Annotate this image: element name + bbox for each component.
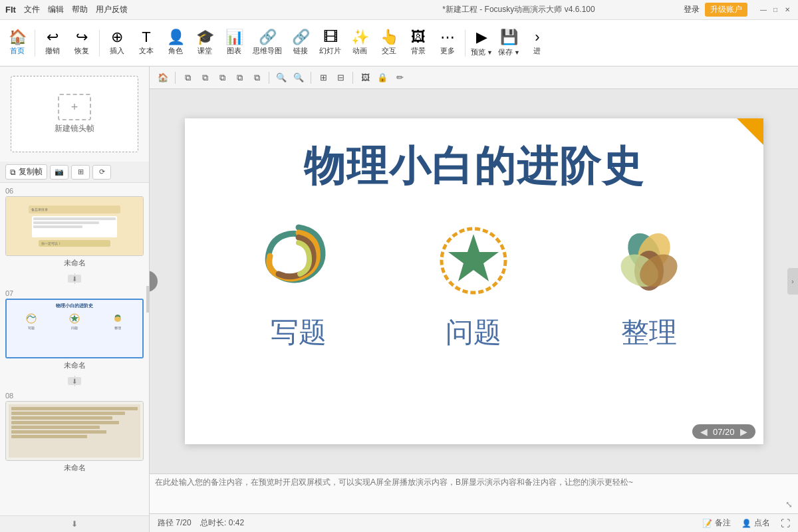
bg-icon: 🖼 (411, 30, 426, 45)
note-button[interactable]: 📝 备注 (702, 517, 731, 529)
sidebar-scroll: + 新建镜头帧 ⧉ 复制帧 📷 ⊞ ⟳ 06 (0, 66, 149, 515)
menu-file[interactable]: 文件 (24, 4, 40, 15)
status-left: 路径 7/20 总时长: 0:42 (158, 517, 702, 529)
chart-icon: 📊 (225, 30, 243, 45)
role-icon: 👤 (167, 30, 185, 45)
slide-thumb-08 (5, 401, 144, 461)
close-button[interactable]: ✕ (782, 5, 793, 15)
toolbar-slideshow[interactable]: 🎞 幻灯片 (315, 27, 345, 59)
canvas-slide[interactable]: 物理小白的进阶史 (185, 118, 763, 444)
home-icon: 🏠 (9, 30, 27, 45)
login-button[interactable]: 登录 (684, 4, 700, 15)
toolbar-link[interactable]: 🔗 链接 (286, 27, 315, 59)
corner-decoration (737, 118, 763, 145)
toolbar-chart[interactable]: 📊 图表 (219, 27, 249, 59)
maximize-button[interactable]: □ (770, 5, 781, 15)
ct-sep-1 (175, 72, 176, 84)
thumb-07-content: 物理小白的进阶史 写题 (7, 300, 142, 357)
save-icon: 💾 (500, 29, 518, 46)
thumb-icons: 写题 问题 (9, 312, 140, 330)
fullscreen-button[interactable]: ⛶ (781, 518, 790, 529)
canvas-cut-btn[interactable]: ⧉ (214, 70, 230, 86)
lock-btn[interactable]: 🔒 (374, 70, 390, 86)
bg-label: 背景 (411, 46, 426, 56)
toolbar-redo[interactable]: ↪ 恢复 (67, 27, 96, 59)
menu-feedback[interactable]: 用户反馈 (96, 4, 128, 15)
snap-btn[interactable]: ⊟ (332, 70, 348, 86)
menu-edit[interactable]: 编辑 (48, 4, 64, 15)
ct-sep-4 (352, 72, 353, 84)
svg-point-0 (27, 314, 36, 323)
slide-item-08[interactable]: 08 未命名 (0, 388, 149, 477)
transform-btn[interactable]: ⟳ (92, 165, 111, 180)
undo-label: 撤销 (45, 46, 60, 56)
toolbar-mindmap[interactable]: 🔗 思维导图 (249, 27, 286, 59)
next-label: 进 (533, 46, 541, 56)
toolbar-home[interactable]: 🏠 首页 (3, 27, 32, 59)
interact-icon: 👆 (380, 30, 398, 45)
canvas-home-btn[interactable]: 🏠 (155, 70, 171, 86)
zoom-in-btn[interactable]: 🔍 (273, 70, 289, 86)
toolbar-bg[interactable]: 🖼 背景 (404, 27, 433, 59)
toolbar-text[interactable]: T 文本 (132, 27, 161, 59)
more-label: 更多 (440, 46, 455, 56)
grid-btn[interactable]: ⊞ (315, 70, 331, 86)
main-area: + 新建镜头帧 ⧉ 复制帧 📷 ⊞ ⟳ 06 (0, 66, 798, 532)
slide-counter: ◀ 07/20 ▶ (692, 424, 755, 439)
thumb-title: 物理小白的进阶史 (9, 303, 140, 309)
zoom-out-btn[interactable]: 🔍 (291, 70, 307, 86)
slide-icon-item-1: 写题 (211, 221, 386, 351)
icon3-label: 整理 (621, 314, 677, 351)
toolbar-more[interactable]: ⋯ 更多 (433, 27, 462, 59)
preview-label: 预览 ▼ (471, 47, 493, 57)
text-icon: T (142, 30, 150, 45)
fit-btn[interactable]: ⊞ (71, 165, 90, 180)
toolbar-save[interactable]: 💾 保存 ▼ (495, 26, 523, 60)
canvas-paste-btn[interactable]: ⧉ (197, 70, 213, 86)
notes-area: ⤡ (150, 473, 798, 513)
redo-label: 恢复 (74, 46, 89, 56)
canvas-right-collapse[interactable]: › (787, 268, 798, 295)
svg-marker-7 (448, 234, 499, 281)
counter-prev[interactable]: ◀ (700, 426, 708, 437)
slide-number-08: 08 (5, 392, 144, 400)
window-title: *新建工程 - Focusky动画演示大师 v4.6.100 (354, 4, 684, 15)
counter-next[interactable]: ▶ (740, 426, 747, 437)
slide-item-07[interactable]: 07 物理小白的进阶史 写题 (0, 285, 149, 374)
toolbar-preview[interactable]: ▶ 预览 ▼ (468, 26, 495, 60)
canvas-group-btn[interactable]: ⧉ (231, 70, 247, 86)
toolbar-undo[interactable]: ↩ 撤销 (38, 27, 67, 59)
screenshot-btn[interactable]: 📷 (50, 165, 68, 180)
canvas-ungroup-btn[interactable]: ⧉ (249, 70, 265, 86)
image-btn[interactable]: 🖼 (357, 70, 373, 86)
toolbar-animation[interactable]: ✨ 动画 (345, 27, 374, 59)
slide-item-06[interactable]: 06 备忘录目录 你一定可以！ 未 (0, 183, 149, 272)
classroom-icon: 🎓 (196, 30, 214, 45)
toolbar-next[interactable]: › 进 (523, 27, 552, 59)
toolbar-interact[interactable]: 👆 交互 (374, 27, 404, 59)
menu-help[interactable]: 帮助 (72, 4, 88, 15)
ct-sep-3 (311, 72, 311, 84)
toolbar-classroom[interactable]: 🎓 课堂 (190, 27, 219, 59)
slide-icon-item-3: 整理 (561, 221, 736, 351)
toolbar-role[interactable]: 👤 角色 (161, 27, 190, 59)
slide-connector-2: ⬇ (0, 374, 149, 388)
slideshow-icon: 🎞 (323, 30, 338, 45)
save-label: 保存 ▼ (498, 47, 520, 57)
point-button[interactable]: 👤 点名 (741, 517, 770, 529)
canvas-area: 🏠 ⧉ ⧉ ⧉ ⧉ ⧉ 🔍 🔍 ⊞ ⊟ 🖼 🔒 ✏ 7 (150, 66, 798, 532)
icon1-label: 写题 (271, 314, 327, 351)
upgrade-button[interactable]: 升级账户 (705, 3, 747, 17)
title-right: 登录 升级账户 — □ ✕ (684, 3, 793, 17)
home-label: 首页 (10, 46, 25, 56)
minimize-button[interactable]: — (758, 5, 769, 15)
animation-icon: ✨ (351, 30, 369, 45)
toolbar-insert[interactable]: ⊕ 插入 (102, 27, 132, 59)
notes-expand-button[interactable]: ⤡ (785, 499, 793, 509)
notes-input[interactable] (155, 477, 793, 511)
slide-number-06: 06 (5, 187, 144, 195)
new-frame-button[interactable]: + 新建镜头帧 (11, 76, 138, 152)
copy-frame-button[interactable]: ⧉ 复制帧 (5, 164, 47, 180)
canvas-copy-btn[interactable]: ⧉ (180, 70, 196, 86)
edit-btn[interactable]: ✏ (392, 70, 408, 86)
